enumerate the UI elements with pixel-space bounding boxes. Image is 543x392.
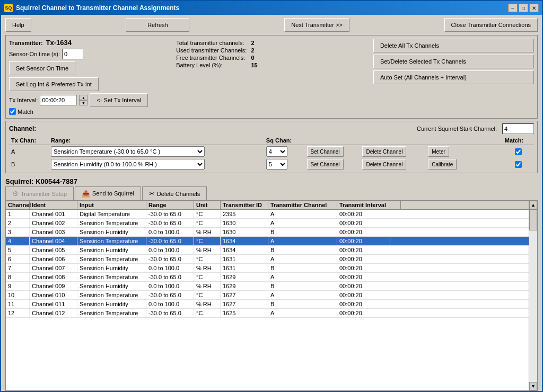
- set-channel-button-1[interactable]: Set Channel: [307, 159, 344, 170]
- grid-header-scrollbar: [390, 201, 401, 209]
- delete-channel-cell[interactable]: Delete Channel: [360, 158, 426, 171]
- match-checkbox-1[interactable]: [515, 161, 522, 168]
- sensor-on-input[interactable]: [62, 49, 83, 59]
- channel-panel: Channel: Current Squirrel Start Channel:…: [5, 121, 538, 173]
- scroll-up-button[interactable]: ▲: [529, 201, 537, 209]
- extra-btn-cell[interactable]: Meter: [426, 145, 470, 158]
- channel-row: A Sensirion Temperature (-30.0 to 65.0 °…: [9, 145, 534, 158]
- channel-table: Tx Chan: Range: Sq Chan: Match: A Sensir…: [9, 136, 534, 171]
- grid-cell-channel: 1: [6, 210, 30, 218]
- scroll-down-button[interactable]: ▼: [529, 382, 537, 390]
- tab-delete-channels[interactable]: ✂Delete Channels: [142, 186, 207, 200]
- sq-chan-select-0[interactable]: 4: [266, 146, 287, 157]
- table-row[interactable]: 3Channel 003Sensirion Humidity0.0 to 100…: [6, 228, 529, 237]
- grid-cell-range: 0.0 to 100.0: [146, 228, 194, 236]
- table-row[interactable]: 4Channel 004Sensirion Temperature-30.0 t…: [6, 237, 529, 246]
- free-channels-value: 0: [251, 55, 257, 61]
- sq-chan-cell[interactable]: 5: [264, 158, 305, 171]
- set-log-button[interactable]: Set Log Int & Preferred Tx Int: [9, 77, 99, 91]
- tab-label-send-to-squirrel: Send to Squirrel: [92, 190, 134, 197]
- set-channel-cell[interactable]: Set Channel: [305, 145, 361, 158]
- grid-cell-range: 0.0 to 100.0: [146, 300, 194, 308]
- current-start-input[interactable]: [502, 123, 534, 134]
- scrollbar-track[interactable]: [529, 209, 537, 382]
- set-tx-button[interactable]: <- Set Tx Interval: [90, 93, 148, 107]
- grid-cell-unit: °C: [194, 273, 221, 281]
- spin-up[interactable]: ▲: [79, 95, 87, 100]
- grid-cell-range: 0.0 to 100.0: [146, 282, 194, 290]
- grid-cell-channel: 12: [6, 309, 30, 317]
- channel-header: Channel: Current Squirrel Start Channel:: [9, 123, 534, 134]
- table-row[interactable]: 2Channel 002Sensirion Temperature-30.0 t…: [6, 219, 529, 228]
- grid-cell-transmit-interval: 00:00:20: [337, 255, 390, 263]
- auto-set-button[interactable]: Auto Set (All Channels + Interval): [373, 70, 534, 84]
- delete-all-tx-button[interactable]: Delete All Tx Channels: [373, 39, 534, 52]
- table-row[interactable]: 10Channel 010Sensirion Temperature-30.0 …: [6, 291, 529, 300]
- extra-btn-cell[interactable]: Calibrate: [426, 158, 470, 171]
- extra-button-1[interactable]: Calibrate: [428, 159, 457, 170]
- grid-cell-ident: Channel 001: [30, 210, 77, 218]
- delete-channel-button-1[interactable]: Delete Channel: [362, 159, 406, 170]
- scrollbar-thumb[interactable]: [529, 209, 537, 230]
- table-row[interactable]: 7Channel 007Sensirion Humidity0.0 to 100…: [6, 264, 529, 273]
- grid-cell-channel: 6: [6, 255, 30, 263]
- table-row[interactable]: 8Channel 008Sensirion Temperature-30.0 t…: [6, 273, 529, 282]
- grid-cell-input: Digital Temperature: [77, 210, 146, 218]
- grid-cell-ident: Channel 009: [30, 282, 77, 290]
- battery-label: Battery Level (%):: [176, 62, 250, 68]
- sq-chan-select-1[interactable]: 5: [266, 159, 287, 170]
- grid-cell-input: Sensirion Humidity: [77, 228, 146, 236]
- match-checkbox-0[interactable]: [515, 148, 522, 155]
- minimize-button[interactable]: −: [508, 4, 518, 12]
- next-transmitter-button[interactable]: Next Transmitter >>: [284, 18, 349, 32]
- scrollbar[interactable]: ▲ ▼: [529, 201, 537, 390]
- tab-send-to-squirrel[interactable]: 📤Send to Squirrel: [75, 186, 141, 200]
- table-row[interactable]: 1Channel 001Digital Temperature-30.0 to …: [6, 210, 529, 219]
- set-delete-selected-button[interactable]: Set/Delete Selected Tx Channels: [373, 55, 534, 68]
- grid-cell-ident: Channel 010: [30, 291, 77, 299]
- grid-cell-transmitter-id: 1629: [221, 273, 268, 281]
- table-row[interactable]: 12Channel 012Sensirion Temperature-30.0 …: [6, 309, 529, 318]
- grid-cell-ident: Channel 004: [30, 237, 77, 245]
- grid-cell-input: Sensirion Temperature: [77, 255, 146, 263]
- extra-button-0[interactable]: Meter: [428, 146, 449, 157]
- grid-cell-transmitter-channel: A: [268, 237, 337, 245]
- close-button[interactable]: ✕: [529, 4, 539, 12]
- grid-cell-transmitter-id: 1631: [221, 255, 268, 263]
- delete-channel-button-0[interactable]: Delete Channel: [362, 146, 406, 157]
- close-transmitter-button[interactable]: Close Transmitter Connections: [444, 18, 538, 32]
- table-row[interactable]: 11Channel 011Sensirion Humidity0.0 to 10…: [6, 300, 529, 309]
- col-actions-2: [360, 136, 426, 145]
- table-row[interactable]: 5Channel 005Sensirion Humidity0.0 to 100…: [6, 246, 529, 255]
- grid-cell-input: Sensirion Humidity: [77, 264, 146, 272]
- grid-cell-unit: °C: [194, 309, 221, 317]
- grid-cell-transmitter-id: 1627: [221, 300, 268, 308]
- range-cell[interactable]: Sensirion Temperature (-30.0 to 65.0 °C …: [49, 145, 264, 158]
- tab-transmitter-setup: ⚙Transmitter Setup: [5, 186, 74, 200]
- range-select-0[interactable]: Sensirion Temperature (-30.0 to 65.0 °C …: [51, 146, 205, 157]
- spin-down[interactable]: ▼: [79, 100, 87, 105]
- tx-interval-input[interactable]: [40, 95, 77, 105]
- titlebar: SQ Squirrel Channel to Transmitter Chann…: [1, 1, 542, 15]
- table-row[interactable]: 9Channel 009Sensirion Humidity0.0 to 100…: [6, 282, 529, 291]
- delete-channel-cell[interactable]: Delete Channel: [360, 145, 426, 158]
- set-channel-button-0[interactable]: Set Channel: [307, 146, 344, 157]
- maximize-button[interactable]: □: [519, 4, 528, 12]
- help-button[interactable]: Help: [5, 18, 31, 32]
- range-cell[interactable]: Sensirion Humidity (0.0 to 100.0 % RH ): [49, 158, 264, 171]
- grid-cell-input: Sensirion Humidity: [77, 282, 146, 290]
- grid-cell-transmitter-id: 1629: [221, 282, 268, 290]
- grid-cell-ident: Channel 005: [30, 246, 77, 254]
- grid-cell-transmitter-channel: A: [268, 219, 337, 227]
- set-channel-cell[interactable]: Set Channel: [305, 158, 361, 171]
- sq-chan-cell[interactable]: 4: [264, 145, 305, 158]
- refresh-button[interactable]: Refresh: [126, 18, 189, 32]
- tx-interval-spinner[interactable]: ▲ ▼: [79, 95, 87, 105]
- match-checkbox[interactable]: [9, 108, 16, 115]
- transmitter-panel: Transmitter: Tx-1634 Sensor-On time (s):…: [5, 35, 538, 119]
- set-sensor-button[interactable]: Set Sensor On Time: [9, 61, 75, 75]
- table-row[interactable]: 6Channel 006Sensirion Temperature-30.0 t…: [6, 255, 529, 264]
- grid-cell-ident: Channel 002: [30, 219, 77, 227]
- tx-chan-cell: A: [9, 145, 49, 158]
- range-select-1[interactable]: Sensirion Humidity (0.0 to 100.0 % RH ): [51, 159, 205, 170]
